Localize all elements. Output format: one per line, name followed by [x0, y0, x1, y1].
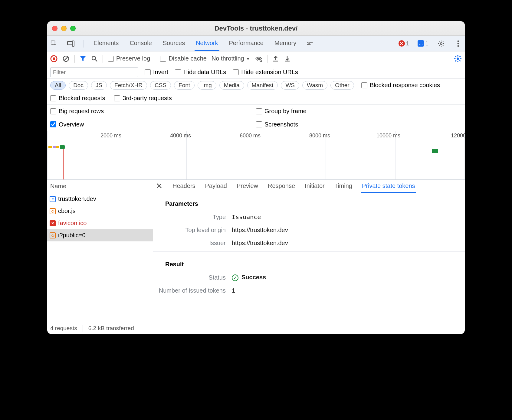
filter-input[interactable] [50, 67, 138, 77]
param-issuer-row: Issuer https://trusttoken.dev [153, 237, 465, 250]
error-count: 1 [406, 40, 409, 47]
request-row[interactable]: ≡ trusttoken.dev [47, 193, 153, 205]
network-conditions-icon[interactable] [255, 56, 262, 62]
request-count: 4 requests [50, 325, 77, 332]
request-row[interactable]: ◇ cbor.js [47, 205, 153, 217]
svg-point-7 [458, 45, 459, 47]
preserve-log-label: Preserve log [116, 55, 150, 62]
error-icon: ✕ [399, 40, 405, 47]
detail-tab-response[interactable]: Response [267, 180, 296, 193]
request-detail-pane: Headers Payload Preview Response Initiat… [153, 180, 465, 334]
filter-row: Invert Hide data URLs Hide extension URL… [47, 66, 465, 79]
filter-icon[interactable] [80, 55, 86, 62]
network-settings-gear-icon[interactable] [454, 55, 462, 63]
detail-tab-headers[interactable]: Headers [172, 180, 196, 193]
hide-extension-urls-checkbox[interactable]: Hide extension URLs [233, 69, 298, 76]
screenshots-checkbox[interactable]: Screenshots [256, 121, 462, 128]
tab-console[interactable]: Console [128, 36, 153, 51]
hide-data-urls-checkbox[interactable]: Hide data URLs [175, 69, 226, 76]
svg-line-13 [95, 60, 97, 61]
chip-wasm[interactable]: Wasm [302, 81, 327, 90]
request-list-pane: Name ≡ trusttoken.dev ◇ cbor.js ✕ favico… [47, 180, 153, 334]
record-button[interactable] [50, 55, 57, 62]
chip-fetch-xhr[interactable]: Fetch/XHR [110, 81, 147, 90]
settings-gear-icon[interactable] [437, 39, 445, 48]
tab-performance[interactable]: Performance [228, 36, 265, 51]
group-by-frame-checkbox[interactable]: Group by frame [256, 108, 462, 115]
svg-rect-9 [53, 57, 55, 60]
chip-img[interactable]: Img [198, 81, 216, 90]
export-har-icon[interactable] [272, 55, 279, 62]
search-icon[interactable] [91, 55, 98, 62]
kebab-menu-icon[interactable] [454, 39, 462, 48]
param-type-label: Type [153, 214, 232, 221]
window-title: DevTools - trusttoken.dev/ [47, 25, 465, 32]
disable-cache-checkbox[interactable]: Disable cache [160, 55, 207, 62]
tab-sources[interactable]: Sources [162, 36, 186, 51]
throttling-select[interactable]: No throttling▼ [212, 55, 250, 62]
preserve-log-checkbox[interactable]: Preserve log [108, 55, 150, 62]
svg-rect-2 [72, 41, 74, 46]
big-request-rows-checkbox[interactable]: Big request rows [50, 108, 256, 115]
request-name: cbor.js [58, 208, 76, 215]
timeline-overview[interactable]: 2000 ms 4000 ms 6000 ms 8000 ms 10000 ms… [47, 131, 465, 180]
detail-tab-preview[interactable]: Preview [236, 180, 259, 193]
import-har-icon[interactable] [284, 55, 290, 62]
detail-tab-private-state-tokens[interactable]: Private state tokens [361, 180, 416, 193]
chip-all[interactable]: All [50, 81, 66, 90]
third-party-checkbox[interactable]: 3rd-party requests [114, 95, 172, 102]
error-icon: ✕ [50, 220, 56, 226]
request-row[interactable]: ◇ i?public=0 [47, 229, 153, 241]
more-tabs-icon[interactable]: » [306, 39, 314, 48]
clear-button[interactable] [62, 55, 70, 62]
tab-elements[interactable]: Elements [92, 36, 120, 51]
param-issuer-label: Issuer [153, 240, 232, 247]
tab-network[interactable]: Network [195, 36, 219, 51]
timeline-tick: 4000 ms [170, 133, 191, 139]
timeline-tick: 6000 ms [240, 133, 261, 139]
detail-tab-payload[interactable]: Payload [205, 180, 228, 193]
chip-doc[interactable]: Doc [69, 81, 88, 90]
svg-point-15 [457, 57, 459, 60]
timeline-tick: 2000 ms [100, 133, 121, 139]
request-row[interactable]: ✕ favicon.ico [47, 217, 153, 229]
chip-ws[interactable]: WS [281, 81, 299, 90]
invert-checkbox[interactable]: Invert [145, 69, 168, 76]
message-count-badge[interactable]: … 1 [418, 40, 428, 47]
request-name: trusttoken.dev [58, 195, 96, 202]
chip-other[interactable]: Other [330, 81, 354, 90]
tab-memory[interactable]: Memory [273, 36, 297, 51]
transferred-size: 6.2 kB transferred [88, 325, 134, 332]
blocked-requests-checkbox[interactable]: Blocked requests [50, 95, 105, 102]
script-icon: ◇ [50, 208, 56, 214]
blocked-cookies-checkbox[interactable]: Blocked response cookies [361, 82, 440, 89]
request-list: ≡ trusttoken.dev ◇ cbor.js ✕ favicon.ico… [47, 193, 153, 322]
param-tlo-label: Top level origin [153, 227, 232, 234]
svg-point-6 [458, 43, 459, 44]
overview-checkbox[interactable]: Overview [50, 121, 256, 128]
chip-font[interactable]: Font [174, 81, 195, 90]
chip-css[interactable]: CSS [150, 81, 171, 90]
message-icon: … [418, 40, 424, 47]
status-bar: 4 requests 6.2 kB transferred [47, 322, 153, 334]
result-heading: Result [153, 254, 465, 271]
device-toolbar-icon[interactable] [67, 39, 75, 48]
inspect-element-icon[interactable] [50, 39, 58, 48]
timeline-bar [432, 149, 438, 153]
result-status-row: Status ✓Success [153, 271, 465, 284]
timeline-bar [48, 146, 52, 148]
request-name: favicon.ico [58, 220, 87, 227]
chip-media[interactable]: Media [219, 81, 244, 90]
detail-tab-timing[interactable]: Timing [334, 180, 353, 193]
blocked-filters-row: Blocked requests 3rd-party requests [47, 92, 465, 105]
network-toolbar: Preserve log Disable cache No throttling… [47, 51, 465, 66]
devtools-window: DevTools - trusttoken.dev/ Elements Cons… [47, 21, 465, 334]
chip-manifest[interactable]: Manifest [247, 81, 278, 90]
name-column-header[interactable]: Name [47, 180, 153, 193]
result-count-value: 1 [232, 287, 235, 294]
chip-js[interactable]: JS [91, 81, 107, 90]
close-detail-icon[interactable] [156, 183, 163, 190]
timeline-load-marker [63, 145, 64, 179]
detail-tab-initiator[interactable]: Initiator [304, 180, 325, 193]
error-count-badge[interactable]: ✕ 1 [399, 40, 409, 47]
